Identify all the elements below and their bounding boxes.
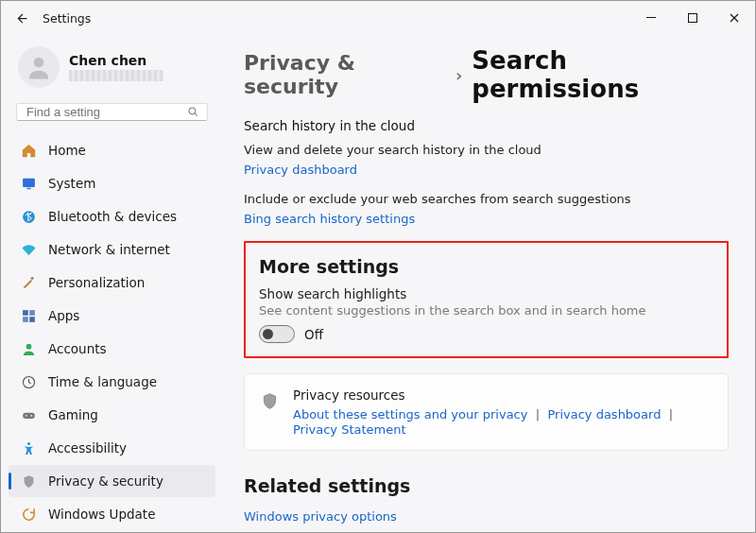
sidebar-item-bluetooth[interactable]: Bluetooth & devices bbox=[9, 200, 215, 232]
svg-rect-15 bbox=[23, 412, 35, 418]
profile-block[interactable]: Chen chen bbox=[5, 43, 219, 97]
svg-rect-6 bbox=[26, 187, 30, 188]
svg-point-3 bbox=[189, 108, 196, 114]
accessibility-icon bbox=[20, 439, 37, 456]
avatar bbox=[18, 46, 60, 88]
arrow-left-icon bbox=[15, 11, 29, 26]
sidebar-item-label: Time & language bbox=[48, 374, 157, 389]
apps-icon bbox=[20, 307, 37, 324]
sidebar-item-accounts[interactable]: Accounts bbox=[9, 333, 215, 365]
person-icon bbox=[25, 53, 53, 81]
sidebar-item-label: Privacy & security bbox=[48, 473, 163, 489]
highlights-title: Show search highlights bbox=[259, 286, 713, 301]
resources-link-about[interactable]: About these settings and your privacy bbox=[293, 407, 527, 421]
content-pane[interactable]: Privacy & security › Search permissions … bbox=[223, 35, 755, 532]
profile-subline bbox=[69, 70, 163, 81]
svg-rect-5 bbox=[23, 178, 35, 186]
bing-history-link[interactable]: Bing search history settings bbox=[244, 212, 415, 226]
svg-point-16 bbox=[25, 415, 26, 417]
sidebar-item-network[interactable]: Network & internet bbox=[9, 233, 215, 266]
svg-point-13 bbox=[26, 343, 31, 349]
cloud-history-desc: View and delete your search history in t… bbox=[244, 143, 729, 157]
wifi-icon bbox=[20, 241, 37, 258]
svg-rect-9 bbox=[23, 310, 28, 316]
profile-name: Chen chen bbox=[69, 53, 163, 68]
privacy-resources-card: Privacy resources About these settings a… bbox=[244, 373, 729, 451]
minimize-icon bbox=[646, 13, 656, 23]
sidebar-item-time[interactable]: Time & language bbox=[9, 366, 215, 398]
nav-list: Home System Bluetooth & devices Network … bbox=[5, 134, 219, 530]
sidebar-item-label: Accessibility bbox=[48, 440, 127, 456]
breadcrumb: Privacy & security › Search permissions bbox=[244, 46, 729, 103]
privacy-dashboard-link[interactable]: Privacy dashboard bbox=[244, 163, 357, 177]
search-input[interactable] bbox=[25, 104, 187, 120]
cloud-history-heading: Search history in the cloud bbox=[244, 118, 729, 133]
close-icon bbox=[730, 13, 739, 23]
titlebar: Settings bbox=[1, 1, 755, 35]
home-icon bbox=[20, 142, 37, 159]
account-icon bbox=[20, 340, 37, 357]
chevron-right-icon: › bbox=[455, 65, 462, 85]
update-icon bbox=[20, 506, 37, 523]
window-controls bbox=[630, 1, 755, 35]
svg-point-18 bbox=[26, 441, 29, 444]
shield-icon bbox=[20, 473, 37, 490]
maximize-icon bbox=[688, 13, 697, 23]
sidebar-item-label: System bbox=[48, 176, 95, 191]
svg-rect-8 bbox=[30, 276, 34, 280]
search-box[interactable] bbox=[16, 103, 208, 121]
sidebar-item-system[interactable]: System bbox=[9, 167, 215, 199]
system-icon bbox=[20, 175, 37, 192]
sidebar-item-label: Network & internet bbox=[48, 242, 170, 257]
close-button[interactable] bbox=[713, 1, 755, 35]
maximize-button[interactable] bbox=[672, 1, 713, 35]
resources-link-dashboard[interactable]: Privacy dashboard bbox=[547, 407, 661, 421]
gaming-icon bbox=[20, 406, 37, 423]
bluetooth-icon bbox=[20, 208, 37, 225]
sidebar-item-label: Bluetooth & devices bbox=[48, 209, 177, 224]
sidebar-item-label: Gaming bbox=[48, 407, 98, 422]
resources-link-statement[interactable]: Privacy Statement bbox=[293, 422, 406, 437]
svg-point-17 bbox=[30, 415, 32, 417]
search-icon bbox=[187, 105, 199, 119]
svg-rect-0 bbox=[646, 17, 656, 18]
window-title: Settings bbox=[43, 11, 630, 26]
sidebar-item-label: Home bbox=[48, 143, 86, 158]
page-title: Search permissions bbox=[472, 46, 729, 103]
sidebar-item-label: Personalization bbox=[48, 275, 145, 290]
clock-icon bbox=[20, 373, 37, 390]
sidebar-item-gaming[interactable]: Gaming bbox=[9, 399, 215, 431]
sidebar-item-apps[interactable]: Apps bbox=[9, 300, 215, 332]
settings-window: Settings Chen chen bbox=[0, 0, 756, 533]
bing-desc: Include or exclude your web searches fro… bbox=[244, 192, 729, 206]
resources-title: Privacy resources bbox=[293, 387, 713, 403]
back-button[interactable] bbox=[9, 5, 35, 31]
more-settings-heading: More settings bbox=[259, 256, 713, 277]
sidebar-item-personalization[interactable]: Personalization bbox=[9, 266, 215, 299]
svg-rect-10 bbox=[29, 310, 35, 316]
brush-icon bbox=[20, 274, 37, 291]
more-settings-highlight: More settings Show search highlights See… bbox=[244, 241, 729, 358]
toggle-state-label: Off bbox=[304, 327, 323, 342]
svg-point-2 bbox=[34, 58, 44, 68]
highlights-desc: See content suggestions in the search bo… bbox=[259, 303, 713, 318]
sidebar: Chen chen Home System Bl bbox=[1, 35, 223, 532]
crumb-parent[interactable]: Privacy & security bbox=[244, 51, 446, 98]
svg-point-7 bbox=[23, 211, 35, 223]
sidebar-item-accessibility[interactable]: Accessibility bbox=[9, 432, 215, 464]
svg-rect-12 bbox=[29, 317, 35, 322]
sidebar-item-privacy[interactable]: Privacy & security bbox=[9, 465, 215, 497]
sidebar-item-home[interactable]: Home bbox=[9, 134, 215, 166]
sidebar-item-label: Apps bbox=[48, 308, 79, 323]
svg-rect-1 bbox=[689, 14, 697, 23]
sidebar-item-label: Windows Update bbox=[48, 507, 155, 522]
sidebar-item-label: Accounts bbox=[48, 341, 107, 356]
related-settings-heading: Related settings bbox=[244, 475, 729, 496]
sidebar-item-update[interactable]: Windows Update bbox=[9, 498, 215, 530]
windows-privacy-options-link[interactable]: Windows privacy options bbox=[244, 509, 397, 524]
svg-line-4 bbox=[195, 113, 198, 116]
search-highlights-toggle[interactable] bbox=[259, 325, 295, 343]
svg-rect-11 bbox=[23, 317, 28, 322]
minimize-button[interactable] bbox=[630, 1, 672, 35]
shield-icon bbox=[260, 391, 280, 414]
